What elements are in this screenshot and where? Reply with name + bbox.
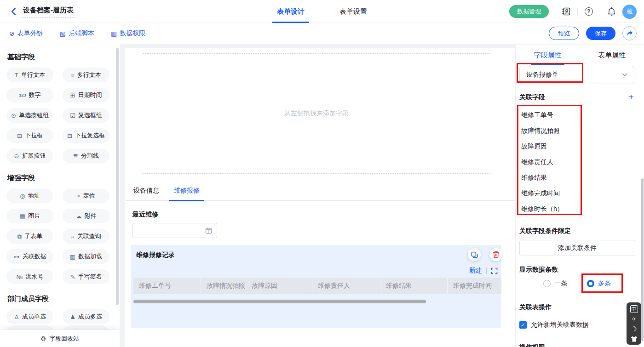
- field-item[interactable]: ⧉子表单: [6, 229, 53, 244]
- field-item[interactable]: ⌕关联查询: [63, 229, 109, 244]
- radio-many[interactable]: 多条: [587, 279, 611, 288]
- field-item[interactable]: ≡多行文本: [63, 68, 109, 82]
- tab-repair-report[interactable]: 维修报修: [173, 184, 201, 201]
- back-icon[interactable]: [8, 6, 18, 17]
- notification-bell-icon[interactable]: [606, 6, 616, 17]
- related-field-item[interactable]: 维修责任人: [521, 154, 564, 170]
- save-button[interactable]: 保存: [586, 27, 615, 40]
- field-item[interactable]: ☁附件: [63, 209, 109, 223]
- new-record-link[interactable]: 新建: [469, 267, 482, 275]
- related-field-item[interactable]: 故障原因: [521, 139, 564, 154]
- related-field-item[interactable]: 维修时长（h）: [521, 201, 564, 217]
- horizontal-scrollbar[interactable]: [133, 300, 426, 303]
- related-form-select-value: 设备报修单: [526, 71, 558, 79]
- table-column-header: 故障情况拍照: [201, 278, 246, 294]
- field-recycle-bin[interactable]: ♻ 字段回收站: [0, 330, 120, 347]
- field-item-label: 手写签名: [78, 273, 102, 281]
- radio-icon: [543, 280, 551, 287]
- data-manage-button[interactable]: 数据管理: [509, 5, 549, 18]
- radio-one[interactable]: 一条: [543, 279, 567, 288]
- field-item[interactable]: ⊙单选按钮组: [6, 108, 53, 123]
- field-item[interactable]: 123数字: [6, 88, 53, 102]
- sidebar-scrollbar[interactable]: [116, 48, 119, 305]
- block-title: 维修报修记录: [136, 251, 175, 259]
- condition-title: 关联字段条件限定: [519, 227, 571, 235]
- table-column-header: 维修完成时间: [448, 278, 501, 294]
- add-condition-button[interactable]: 添加关联条件: [519, 240, 635, 256]
- field-item-label: 关联查询: [77, 232, 101, 240]
- tab-form-properties[interactable]: 表单属性: [580, 49, 644, 65]
- divider: [577, 8, 578, 15]
- page-title[interactable]: 设备档案-履历表: [22, 5, 75, 18]
- related-field-item[interactable]: 维修完成时间: [521, 186, 564, 201]
- page-scrollbar[interactable]: [641, 178, 644, 341]
- related-field-item[interactable]: 维修结果: [521, 170, 564, 186]
- subform-icon: ⧉: [17, 233, 22, 239]
- field-item-label: 数据加载: [78, 252, 102, 261]
- cutoff-section-title: 操作权限: [519, 343, 545, 347]
- field-item[interactable]: ◎地址: [6, 188, 53, 203]
- copy-block-button[interactable]: [468, 248, 481, 261]
- dropzone[interactable]: 从左侧拖拽来添加字段: [142, 53, 491, 174]
- field-item[interactable]: №流水号: [6, 269, 53, 284]
- field-item-label: 分割线: [81, 152, 99, 160]
- sidebar-section-title: 增强字段: [7, 174, 109, 182]
- table-column-header: 维修结果: [380, 278, 448, 294]
- copy-icon: [471, 251, 478, 258]
- tab-form-design[interactable]: 表单设计: [274, 0, 307, 23]
- help-icon[interactable]: ?: [584, 6, 594, 17]
- sidebar-section-grid: ♙成员单选♟成员多选: [6, 309, 109, 324]
- share-button[interactable]: [622, 26, 637, 40]
- form-toolbar: ⊘ 表单外链 ▧ 后端脚本 ▥ 数据权限 预览 保存: [0, 23, 644, 44]
- address-icon: ◎: [20, 193, 25, 199]
- field-item[interactable]: ⊞日期时间: [63, 88, 109, 102]
- tab-form-settings[interactable]: 表单设置: [337, 0, 370, 23]
- field-item[interactable]: ☑复选框组: [63, 108, 109, 123]
- preview-button[interactable]: 预览: [549, 27, 579, 40]
- member-single-icon: ♙: [14, 314, 19, 320]
- tab-field-properties[interactable]: 字段属性: [516, 49, 580, 65]
- datetime-icon: ⊞: [70, 92, 75, 98]
- permission-icon: ▥: [111, 30, 117, 37]
- contacts-icon[interactable]: [561, 6, 571, 17]
- user-avatar[interactable]: 检: [622, 5, 637, 19]
- date-input[interactable]: 7: [132, 223, 217, 238]
- field-item[interactable]: ⊡下拉框: [6, 128, 53, 143]
- expand-icon[interactable]: [491, 267, 498, 274]
- related-field-item[interactable]: 维修工单号: [521, 108, 564, 123]
- field-item[interactable]: ♟成员多选: [63, 309, 109, 324]
- properties-panel: 字段属性 表单属性 设备报修单 关联字段 + 维修工单号故障情况拍照故障原因维修…: [515, 44, 644, 347]
- data-permission-link[interactable]: ▥ 数据权限: [111, 29, 145, 38]
- field-item[interactable]: ⌖定位: [63, 188, 109, 203]
- tab-device-info[interactable]: 设备信息: [132, 184, 160, 201]
- field-palette-sidebar: 基础字段T单行文本≡多行文本123数字⊞日期时间⊙单选按钮组☑复选框组⊡下拉框⊟…: [0, 44, 120, 347]
- field-item[interactable]: ♙成员单选: [6, 309, 53, 324]
- serial-number-icon: №: [17, 274, 23, 280]
- reader-icon[interactable]: ơ: [632, 317, 636, 321]
- field-item[interactable]: ▥数据加载: [63, 249, 109, 264]
- delete-block-button[interactable]: [489, 248, 502, 261]
- single-line-text-icon: T: [15, 72, 18, 78]
- dark-mode-icon[interactable]: ☽: [631, 325, 637, 332]
- form-external-link[interactable]: ⊘ 表单外链: [9, 29, 43, 38]
- translate-zh-icon[interactable]: 中: [630, 305, 638, 313]
- field-item[interactable]: ≣分割线: [63, 148, 109, 163]
- field-item[interactable]: ⊖扩展按钮: [6, 148, 53, 163]
- repair-records-block[interactable]: 维修报修记录 新建 维修工单号故障情况拍照故障: [131, 245, 501, 328]
- field-item[interactable]: ⊟下拉复选框: [63, 128, 109, 143]
- related-field-item[interactable]: 故障情况拍照: [521, 123, 564, 139]
- add-field-icon[interactable]: +: [628, 92, 634, 102]
- table-column-header: 维修责任人: [312, 278, 380, 294]
- related-form-select[interactable]: 设备报修单: [519, 66, 634, 84]
- divider: [600, 8, 600, 15]
- backend-script-link[interactable]: ▧ 后端脚本: [60, 29, 94, 38]
- sidebar-section-grid: ◎地址⌖定位▦图片☁附件⧉子表单⌕关联查询⊶关联数据▥数据加载№流水号✎手写签名: [6, 188, 109, 284]
- field-item[interactable]: ⊶关联数据: [6, 249, 53, 264]
- theme-shirt-icon[interactable]: [631, 336, 638, 342]
- trash-icon: [493, 251, 500, 258]
- field-item[interactable]: ✎手写签名: [63, 269, 109, 284]
- field-item[interactable]: T单行文本: [6, 68, 53, 82]
- date-field-label: 最近维修: [132, 210, 158, 219]
- field-item[interactable]: ▦图片: [6, 209, 53, 223]
- allow-add-checkbox-row[interactable]: ✓ 允许新增关联表数据: [519, 321, 589, 329]
